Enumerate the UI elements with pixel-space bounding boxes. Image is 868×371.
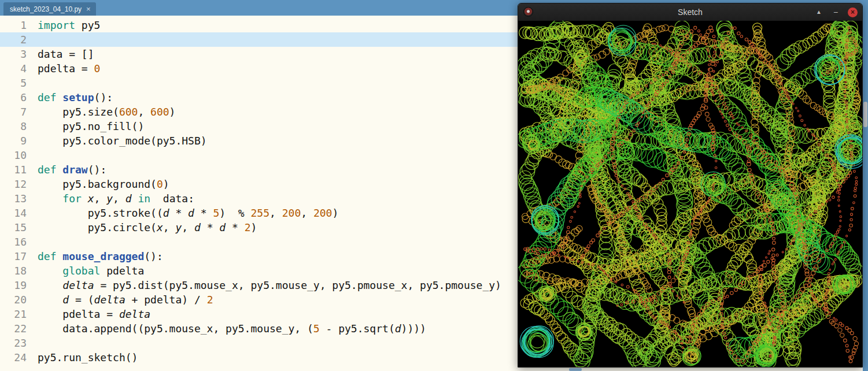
- line-number: 24: [0, 350, 27, 365]
- tab-sketch-file[interactable]: sketch_2023_04_10.py ×: [3, 2, 96, 16]
- tab-label: sketch_2023_04_10.py: [10, 5, 82, 13]
- sketch-window-title: Sketch: [518, 8, 862, 17]
- sketch-canvas[interactable]: [518, 21, 863, 368]
- line-number: 18: [0, 264, 27, 278]
- sketch-window: Sketch ▲ − ×: [518, 3, 863, 368]
- line-number: 12: [0, 177, 27, 191]
- line-number: 5: [0, 76, 27, 90]
- minimize-button[interactable]: −: [831, 8, 840, 16]
- line-number: 14: [0, 206, 27, 220]
- line-number: 15: [0, 220, 27, 235]
- line-number: 7: [0, 105, 27, 119]
- line-number: 6: [0, 90, 27, 105]
- line-number: 2: [0, 32, 27, 47]
- line-number: 19: [0, 278, 27, 292]
- line-number: 4: [0, 61, 27, 76]
- shade-button[interactable]: ▲: [814, 9, 823, 15]
- line-number: 20: [0, 292, 27, 307]
- line-number: 3: [0, 47, 27, 61]
- line-number: 11: [0, 162, 27, 177]
- line-number: 13: [0, 191, 27, 206]
- line-number: 23: [0, 336, 27, 350]
- line-number: 10: [0, 148, 27, 162]
- horizontal-scrollbar-fragment[interactable]: [569, 368, 582, 371]
- line-number: 22: [0, 321, 27, 336]
- line-number: 21: [0, 307, 27, 321]
- tab-close-icon[interactable]: ×: [86, 5, 91, 13]
- sketch-titlebar[interactable]: Sketch ▲ − ×: [518, 3, 862, 21]
- vertical-scrollbar-fragment[interactable]: [863, 102, 867, 127]
- line-number: 17: [0, 249, 27, 264]
- line-number: 9: [0, 133, 27, 148]
- close-button[interactable]: ×: [848, 8, 858, 17]
- line-number: 8: [0, 119, 27, 133]
- line-number: 16: [0, 235, 27, 249]
- window-buttons: ▲ − ×: [814, 3, 858, 21]
- line-number: 1: [0, 18, 27, 32]
